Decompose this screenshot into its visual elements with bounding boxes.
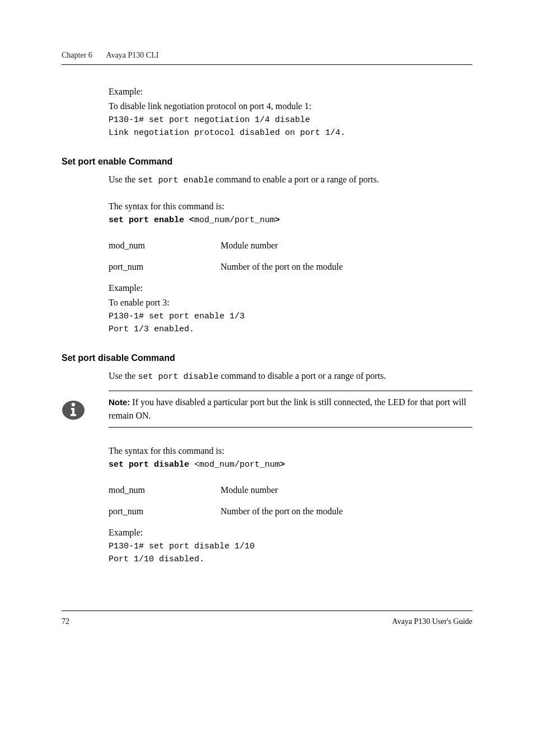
syntax-keyword: set port enable < [109,215,194,225]
param-name: port_num [109,260,221,274]
example-description: To disable link negotiation protocol on … [109,100,472,113]
text-run: Use the [109,175,138,184]
code-line: P130-1# set port negotiation 1/4 disable [109,114,472,127]
note-label: Note: [109,397,130,407]
syntax-line: set port disable <mod_num/port_num> [109,459,472,472]
svg-point-1 [72,402,75,406]
enable-param-table: mod_num Module number port_num Number of… [109,239,472,274]
param-name: port_num [109,505,221,518]
code-line: Port 1/10 disabled. [109,553,472,566]
code-line: Port 1/3 enabled. [109,323,472,336]
syntax-line: set port enable <mod_num/port_num> [109,214,472,227]
intro-example-block: Example: To disable link negotiation pro… [109,85,472,139]
inline-code: set port enable [138,176,213,185]
chapter-title: Avaya P130 CLI [106,51,159,59]
param-row: mod_num Module number [109,483,472,497]
inline-code: set port disable [138,372,218,382]
note-text: Note: If you have disabled a particular … [109,396,472,422]
param-row: port_num Number of the port on the modul… [109,505,472,518]
syntax-intro: The syntax for this command is: [109,200,472,213]
running-header: Chapter 6 Avaya P130 CLI [62,49,472,61]
code-line: Link negotiation protocol disabled on po… [109,127,472,140]
param-desc: Module number [221,239,472,252]
syntax-open: < [194,460,199,469]
text-run: command to enable a port or a range of p… [213,175,378,184]
syntax-close: > [280,460,285,469]
syntax-close: > [275,215,280,225]
chapter-label: Chapter 6 [62,51,92,59]
example-label: Example: [109,281,472,295]
syntax-keyword: set port disable [109,460,194,469]
param-row: mod_num Module number [109,239,472,252]
disable-param-table: mod_num Module number port_num Number of… [109,483,472,518]
section-heading-disable: Set port disable Command [62,351,472,365]
disable-description: Use the set port disable command to disa… [109,369,472,384]
svg-rect-4 [71,414,76,416]
code-line: P130-1# set port enable 1/3 [109,311,472,323]
syntax-arg: mod_num/port_num [199,460,280,469]
enable-description: Use the set port enable command to enabl… [109,173,472,187]
example-label: Example: [109,85,472,98]
param-name: mod_num [109,483,221,497]
note-block: Note: If you have disabled a particular … [62,391,472,428]
info-icon [62,398,85,422]
note-bottom-rule [109,427,472,428]
note-top-rule [109,391,472,391]
param-desc: Number of the port on the module [221,260,472,274]
header-rule [62,64,472,65]
syntax-arg: mod_num/port_num [194,215,275,225]
syntax-intro: The syntax for this command is: [109,444,472,458]
param-row: port_num Number of the port on the modul… [109,260,472,274]
page-footer: 72 Avaya P130 User's Guide [62,611,472,627]
note-content: If you have disabled a particular port b… [109,397,466,420]
guide-title: Avaya P130 User's Guide [392,616,472,627]
section-heading-enable: Set port enable Command [62,155,472,168]
param-name: mod_num [109,239,221,252]
code-line: P130-1# set port disable 1/10 [109,541,472,553]
text-run: command to disable a port or a range of … [218,371,386,381]
example-label: Example: [109,526,472,539]
note-body: Note: If you have disabled a particular … [109,391,472,428]
param-desc: Module number [221,483,472,497]
text-run: Use the [109,371,138,381]
page-number: 72 [62,616,69,627]
example-description: To enable port 3: [109,296,472,309]
param-desc: Number of the port on the module [221,505,472,518]
